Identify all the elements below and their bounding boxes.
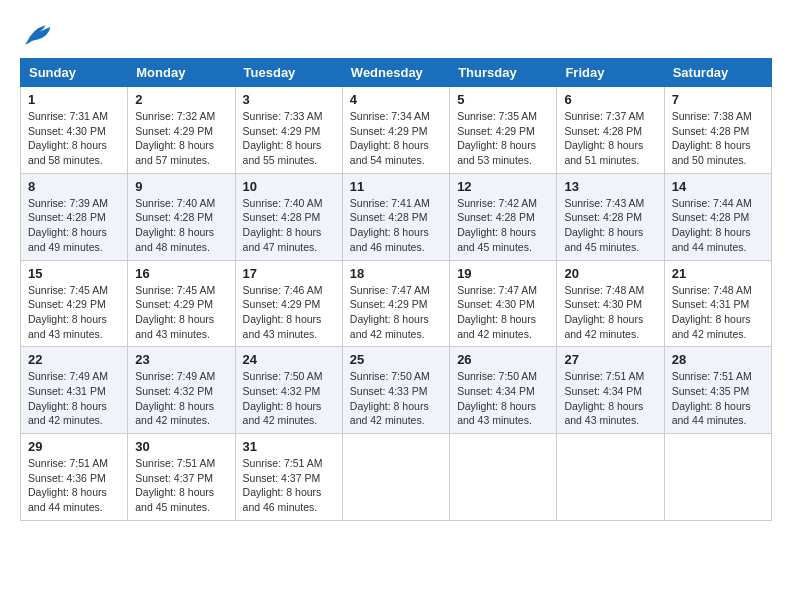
day-info: Sunrise: 7:31 AMSunset: 4:30 PMDaylight:… (28, 109, 120, 168)
day-number: 21 (672, 266, 764, 281)
header (20, 20, 772, 48)
day-number: 3 (243, 92, 335, 107)
day-info: Sunrise: 7:51 AMSunset: 4:36 PMDaylight:… (28, 456, 120, 515)
day-info: Sunrise: 7:40 AMSunset: 4:28 PMDaylight:… (243, 196, 335, 255)
logo (20, 20, 58, 48)
day-number: 27 (564, 352, 656, 367)
day-number: 18 (350, 266, 442, 281)
day-info: Sunrise: 7:45 AMSunset: 4:29 PMDaylight:… (135, 283, 227, 342)
day-info: Sunrise: 7:42 AMSunset: 4:28 PMDaylight:… (457, 196, 549, 255)
day-number: 2 (135, 92, 227, 107)
calendar-cell: 11Sunrise: 7:41 AMSunset: 4:28 PMDayligh… (342, 173, 449, 260)
calendar-cell: 21Sunrise: 7:48 AMSunset: 4:31 PMDayligh… (664, 260, 771, 347)
calendar-cell: 16Sunrise: 7:45 AMSunset: 4:29 PMDayligh… (128, 260, 235, 347)
day-info: Sunrise: 7:44 AMSunset: 4:28 PMDaylight:… (672, 196, 764, 255)
calendar-cell: 31Sunrise: 7:51 AMSunset: 4:37 PMDayligh… (235, 434, 342, 521)
day-info: Sunrise: 7:51 AMSunset: 4:34 PMDaylight:… (564, 369, 656, 428)
day-number: 16 (135, 266, 227, 281)
calendar-cell: 18Sunrise: 7:47 AMSunset: 4:29 PMDayligh… (342, 260, 449, 347)
calendar-table: SundayMondayTuesdayWednesdayThursdayFrid… (20, 58, 772, 521)
calendar-cell: 13Sunrise: 7:43 AMSunset: 4:28 PMDayligh… (557, 173, 664, 260)
day-info: Sunrise: 7:51 AMSunset: 4:37 PMDaylight:… (243, 456, 335, 515)
calendar-cell (342, 434, 449, 521)
day-number: 24 (243, 352, 335, 367)
calendar-week-row: 15Sunrise: 7:45 AMSunset: 4:29 PMDayligh… (21, 260, 772, 347)
day-info: Sunrise: 7:33 AMSunset: 4:29 PMDaylight:… (243, 109, 335, 168)
day-number: 15 (28, 266, 120, 281)
calendar-cell: 30Sunrise: 7:51 AMSunset: 4:37 PMDayligh… (128, 434, 235, 521)
day-number: 30 (135, 439, 227, 454)
day-number: 26 (457, 352, 549, 367)
weekday-header-friday: Friday (557, 59, 664, 87)
day-info: Sunrise: 7:47 AMSunset: 4:29 PMDaylight:… (350, 283, 442, 342)
logo-icon (20, 20, 52, 48)
calendar-cell (664, 434, 771, 521)
day-info: Sunrise: 7:45 AMSunset: 4:29 PMDaylight:… (28, 283, 120, 342)
calendar-cell: 22Sunrise: 7:49 AMSunset: 4:31 PMDayligh… (21, 347, 128, 434)
weekday-header-saturday: Saturday (664, 59, 771, 87)
calendar-cell: 5Sunrise: 7:35 AMSunset: 4:29 PMDaylight… (450, 87, 557, 174)
day-number: 20 (564, 266, 656, 281)
calendar-cell: 6Sunrise: 7:37 AMSunset: 4:28 PMDaylight… (557, 87, 664, 174)
day-info: Sunrise: 7:48 AMSunset: 4:30 PMDaylight:… (564, 283, 656, 342)
day-number: 19 (457, 266, 549, 281)
day-info: Sunrise: 7:51 AMSunset: 4:37 PMDaylight:… (135, 456, 227, 515)
day-info: Sunrise: 7:43 AMSunset: 4:28 PMDaylight:… (564, 196, 656, 255)
day-info: Sunrise: 7:32 AMSunset: 4:29 PMDaylight:… (135, 109, 227, 168)
day-info: Sunrise: 7:48 AMSunset: 4:31 PMDaylight:… (672, 283, 764, 342)
day-info: Sunrise: 7:34 AMSunset: 4:29 PMDaylight:… (350, 109, 442, 168)
calendar-cell: 3Sunrise: 7:33 AMSunset: 4:29 PMDaylight… (235, 87, 342, 174)
day-info: Sunrise: 7:38 AMSunset: 4:28 PMDaylight:… (672, 109, 764, 168)
day-number: 12 (457, 179, 549, 194)
day-number: 1 (28, 92, 120, 107)
day-info: Sunrise: 7:39 AMSunset: 4:28 PMDaylight:… (28, 196, 120, 255)
day-number: 17 (243, 266, 335, 281)
calendar-week-row: 22Sunrise: 7:49 AMSunset: 4:31 PMDayligh… (21, 347, 772, 434)
day-number: 7 (672, 92, 764, 107)
calendar-cell: 27Sunrise: 7:51 AMSunset: 4:34 PMDayligh… (557, 347, 664, 434)
calendar-cell: 24Sunrise: 7:50 AMSunset: 4:32 PMDayligh… (235, 347, 342, 434)
day-info: Sunrise: 7:47 AMSunset: 4:30 PMDaylight:… (457, 283, 549, 342)
day-number: 9 (135, 179, 227, 194)
calendar-cell: 4Sunrise: 7:34 AMSunset: 4:29 PMDaylight… (342, 87, 449, 174)
day-number: 25 (350, 352, 442, 367)
weekday-header-wednesday: Wednesday (342, 59, 449, 87)
day-number: 8 (28, 179, 120, 194)
day-info: Sunrise: 7:37 AMSunset: 4:28 PMDaylight:… (564, 109, 656, 168)
day-number: 29 (28, 439, 120, 454)
calendar-week-row: 29Sunrise: 7:51 AMSunset: 4:36 PMDayligh… (21, 434, 772, 521)
day-info: Sunrise: 7:46 AMSunset: 4:29 PMDaylight:… (243, 283, 335, 342)
calendar-cell: 15Sunrise: 7:45 AMSunset: 4:29 PMDayligh… (21, 260, 128, 347)
calendar-week-row: 1Sunrise: 7:31 AMSunset: 4:30 PMDaylight… (21, 87, 772, 174)
weekday-header-tuesday: Tuesday (235, 59, 342, 87)
calendar-cell: 29Sunrise: 7:51 AMSunset: 4:36 PMDayligh… (21, 434, 128, 521)
calendar-cell (557, 434, 664, 521)
calendar-cell: 20Sunrise: 7:48 AMSunset: 4:30 PMDayligh… (557, 260, 664, 347)
calendar-cell: 17Sunrise: 7:46 AMSunset: 4:29 PMDayligh… (235, 260, 342, 347)
day-number: 6 (564, 92, 656, 107)
day-number: 5 (457, 92, 549, 107)
calendar-cell: 9Sunrise: 7:40 AMSunset: 4:28 PMDaylight… (128, 173, 235, 260)
day-info: Sunrise: 7:50 AMSunset: 4:32 PMDaylight:… (243, 369, 335, 428)
day-number: 28 (672, 352, 764, 367)
calendar-week-row: 8Sunrise: 7:39 AMSunset: 4:28 PMDaylight… (21, 173, 772, 260)
day-info: Sunrise: 7:41 AMSunset: 4:28 PMDaylight:… (350, 196, 442, 255)
calendar-cell: 12Sunrise: 7:42 AMSunset: 4:28 PMDayligh… (450, 173, 557, 260)
day-number: 14 (672, 179, 764, 194)
day-number: 4 (350, 92, 442, 107)
calendar-cell (450, 434, 557, 521)
calendar-cell: 19Sunrise: 7:47 AMSunset: 4:30 PMDayligh… (450, 260, 557, 347)
day-info: Sunrise: 7:50 AMSunset: 4:33 PMDaylight:… (350, 369, 442, 428)
calendar-cell: 23Sunrise: 7:49 AMSunset: 4:32 PMDayligh… (128, 347, 235, 434)
calendar-cell: 10Sunrise: 7:40 AMSunset: 4:28 PMDayligh… (235, 173, 342, 260)
weekday-header-monday: Monday (128, 59, 235, 87)
calendar-cell: 26Sunrise: 7:50 AMSunset: 4:34 PMDayligh… (450, 347, 557, 434)
day-number: 11 (350, 179, 442, 194)
day-number: 31 (243, 439, 335, 454)
day-info: Sunrise: 7:49 AMSunset: 4:32 PMDaylight:… (135, 369, 227, 428)
day-number: 13 (564, 179, 656, 194)
day-number: 23 (135, 352, 227, 367)
day-info: Sunrise: 7:51 AMSunset: 4:35 PMDaylight:… (672, 369, 764, 428)
calendar-cell: 28Sunrise: 7:51 AMSunset: 4:35 PMDayligh… (664, 347, 771, 434)
day-number: 10 (243, 179, 335, 194)
